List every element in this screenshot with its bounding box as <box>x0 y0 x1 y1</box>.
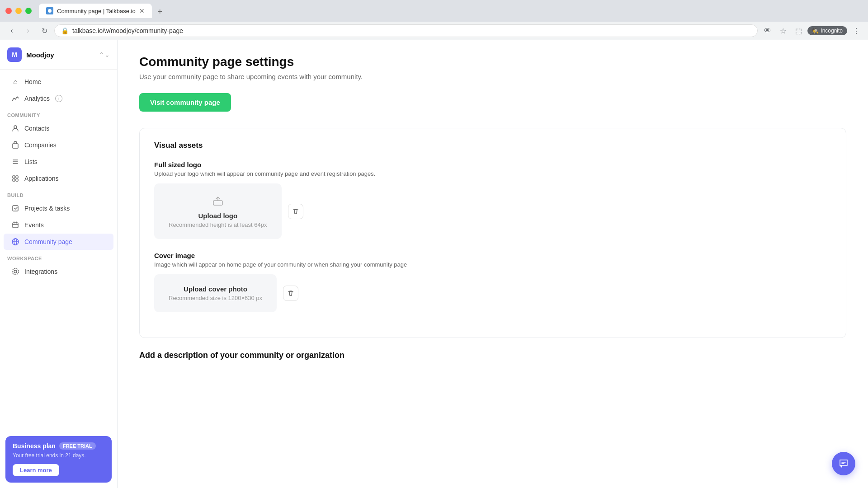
projects-icon <box>11 204 20 213</box>
svg-rect-5 <box>13 176 15 178</box>
browser-controls <box>5 8 32 14</box>
home-icon: ⌂ <box>11 77 20 86</box>
sidebar-item-analytics[interactable]: Analytics i <box>4 90 113 107</box>
integrations-icon <box>11 267 20 276</box>
sidebar-item-applications[interactable]: Applications <box>4 170 113 187</box>
delete-cover-btn[interactable] <box>283 286 298 301</box>
refresh-btn[interactable]: ↻ <box>38 24 51 37</box>
menu-btn[interactable]: ⋮ <box>850 24 863 37</box>
window-close-btn[interactable] <box>5 8 12 14</box>
visit-community-page-btn[interactable]: Visit community page <box>139 93 231 112</box>
svg-point-15 <box>12 268 19 275</box>
forward-btn[interactable]: › <box>22 24 34 37</box>
svg-point-0 <box>14 126 17 128</box>
cover-label: Cover image <box>154 252 831 259</box>
business-plan-banner: Business plan FREE TRIAL Your free trial… <box>5 436 112 483</box>
free-trial-badge: FREE TRIAL <box>59 442 96 450</box>
events-icon <box>11 221 20 230</box>
incognito-badge: 🕵 Incognito <box>807 26 847 35</box>
banner-header: Business plan FREE TRIAL <box>13 442 104 450</box>
applications-icon <box>11 174 20 183</box>
lock-icon: 🔒 <box>61 27 69 34</box>
sidebar-applications-label: Applications <box>24 175 59 182</box>
new-tab-btn[interactable]: + <box>154 5 166 18</box>
window-min-btn[interactable] <box>15 8 22 14</box>
cover-desc: Image which will appear on home page of … <box>154 261 831 268</box>
logo-asset-block: Full sized logo Upload your logo which w… <box>154 161 831 239</box>
companies-icon <box>11 141 20 150</box>
logo-label: Full sized logo <box>154 161 831 169</box>
address-bar[interactable]: 🔒 talkbase.io/w/moodjoy/community-page <box>54 24 758 37</box>
bookmark-icon[interactable]: ☆ <box>777 24 789 37</box>
delete-logo-btn[interactable] <box>288 204 303 219</box>
browser-chrome: Community page | Talkbase.io ✕ + ‹ › ↻ 🔒… <box>0 0 868 40</box>
sidebar-item-companies[interactable]: Companies <box>4 137 113 153</box>
svg-rect-6 <box>16 176 18 178</box>
sidebar-item-community-page[interactable]: Community page <box>4 234 113 250</box>
page-title: Community page settings <box>139 55 846 69</box>
main-content: Community page settings Use your communi… <box>118 40 868 488</box>
browser-titlebar: Community page | Talkbase.io ✕ + <box>0 0 868 22</box>
active-tab[interactable]: Community page | Talkbase.io ✕ <box>39 4 152 18</box>
sidebar-item-projects[interactable]: Projects & tasks <box>4 200 113 216</box>
sidebar-events-label: Events <box>24 221 44 229</box>
tab-favicon <box>46 7 53 14</box>
lists-icon <box>11 157 20 166</box>
upload-logo-label: Upload logo <box>198 212 237 220</box>
svg-point-14 <box>14 270 17 273</box>
sidebar: M Moodjoy ⌃⌄ ⌂ Home Analytics i COMMUNIT… <box>0 40 118 488</box>
analytics-icon <box>11 94 20 103</box>
workspace-section-label: WORKSPACE <box>0 250 117 263</box>
logo-desc: Upload your logo which will appear on co… <box>154 170 831 177</box>
url-text: talkbase.io/w/moodjoy/community-page <box>72 27 183 34</box>
workspace-name: Moodjoy <box>26 51 94 59</box>
sidebar-item-events[interactable]: Events <box>4 217 113 233</box>
window-max-btn[interactable] <box>25 8 32 14</box>
visual-assets-section: Visual assets Full sized logo Upload you… <box>139 128 846 338</box>
eye-slash-icon[interactable]: 👁 <box>761 24 774 37</box>
incognito-label: Incognito <box>821 28 843 34</box>
svg-rect-10 <box>13 223 18 228</box>
upload-cover-area[interactable]: Upload cover photo Recommended size is 1… <box>154 274 277 312</box>
sidebar-integrations-label: Integrations <box>24 268 57 275</box>
cover-upload-row: Upload cover photo Recommended size is 1… <box>154 274 831 312</box>
sidebar-community-label: Community page <box>24 238 72 245</box>
sidebar-lists-label: Lists <box>24 158 38 165</box>
analytics-info-icon: i <box>55 95 62 102</box>
sidebar-item-integrations[interactable]: Integrations <box>4 263 113 280</box>
svg-rect-7 <box>13 179 15 181</box>
build-section-label: BUILD <box>0 187 117 200</box>
upload-cover-label: Upload cover photo <box>184 285 247 293</box>
learn-more-btn[interactable]: Learn more <box>13 464 59 476</box>
svg-rect-8 <box>16 179 18 181</box>
split-view-icon[interactable]: ⬚ <box>792 24 805 37</box>
community-page-icon <box>11 237 20 246</box>
banner-subtitle: Your free trial ends in 21 days. <box>13 452 104 459</box>
cover-image-block: Cover image Image which will appear on h… <box>154 252 831 312</box>
chevron-icon[interactable]: ⌃⌄ <box>99 51 110 58</box>
sidebar-item-label: Home <box>24 78 41 85</box>
sidebar-projects-label: Projects & tasks <box>24 205 70 212</box>
page-subtitle: Use your community page to share upcomin… <box>139 73 846 80</box>
sidebar-analytics-label: Analytics <box>24 95 50 102</box>
banner-title: Business plan <box>13 442 56 450</box>
back-btn[interactable]: ‹ <box>5 24 18 37</box>
app-container: M Moodjoy ⌃⌄ ⌂ Home Analytics i COMMUNIT… <box>0 40 868 488</box>
description-title: Add a description of your community or o… <box>139 351 846 360</box>
contacts-icon <box>11 124 20 133</box>
sidebar-item-lists[interactable]: Lists <box>4 154 113 170</box>
tab-close-btn[interactable]: ✕ <box>139 7 145 14</box>
community-section-label: COMMUNITY <box>0 107 117 120</box>
browser-actions: 👁 ☆ ⬚ 🕵 Incognito ⋮ <box>761 24 863 37</box>
chat-btn[interactable] <box>832 452 855 475</box>
sidebar-contacts-label: Contacts <box>24 125 49 132</box>
sidebar-item-home[interactable]: ⌂ Home <box>4 74 113 90</box>
tab-bar: Community page | Talkbase.io ✕ + <box>35 4 170 18</box>
visual-assets-title: Visual assets <box>154 141 831 150</box>
sidebar-item-contacts[interactable]: Contacts <box>4 120 113 136</box>
upload-logo-sublabel: Recommended height is at least 64px <box>169 221 267 228</box>
svg-rect-16 <box>213 201 222 205</box>
tab-title: Community page | Talkbase.io <box>57 8 136 14</box>
sidebar-companies-label: Companies <box>24 141 57 149</box>
upload-logo-area[interactable]: Upload logo Recommended height is at lea… <box>154 183 282 239</box>
